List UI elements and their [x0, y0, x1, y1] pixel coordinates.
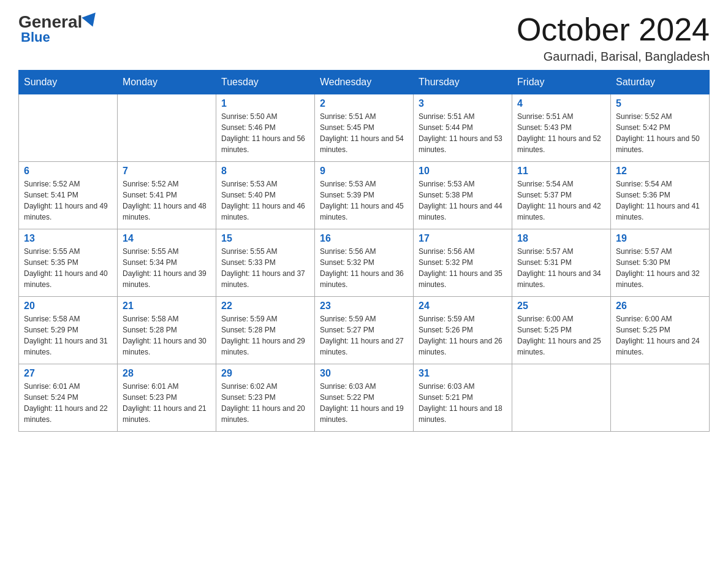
calendar-cell: 14Sunrise: 5:55 AMSunset: 5:34 PMDayligh…: [118, 229, 216, 297]
day-info: Sunrise: 5:57 AMSunset: 5:30 PMDaylight:…: [616, 246, 704, 290]
calendar-cell: 13Sunrise: 5:55 AMSunset: 5:35 PMDayligh…: [19, 229, 118, 297]
calendar-cell: [611, 364, 710, 432]
calendar-cell: 20Sunrise: 5:58 AMSunset: 5:29 PMDayligh…: [19, 297, 118, 364]
day-info: Sunrise: 5:58 AMSunset: 5:28 PMDaylight:…: [123, 313, 211, 358]
day-number: 13: [24, 233, 112, 244]
calendar-cell: 21Sunrise: 5:58 AMSunset: 5:28 PMDayligh…: [118, 297, 216, 364]
calendar-cell: 22Sunrise: 5:59 AMSunset: 5:28 PMDayligh…: [216, 297, 315, 364]
calendar-cell: [19, 94, 118, 162]
calendar-cell: 31Sunrise: 6:03 AMSunset: 5:21 PMDayligh…: [414, 364, 512, 432]
day-number: 30: [320, 368, 408, 379]
calendar-table: SundayMondayTuesdayWednesdayThursdayFrid…: [18, 70, 710, 432]
day-number: 2: [320, 98, 408, 109]
day-number: 8: [221, 166, 309, 177]
day-info: Sunrise: 5:56 AMSunset: 5:32 PMDaylight:…: [320, 246, 408, 290]
day-info: Sunrise: 5:51 AMSunset: 5:45 PMDaylight:…: [320, 111, 408, 155]
page-header: General Blue October 2024 Gaurnadi, Bari…: [18, 12, 710, 64]
title-section: October 2024 Gaurnadi, Barisal, Banglade…: [517, 12, 710, 64]
calendar-week-3: 13Sunrise: 5:55 AMSunset: 5:35 PMDayligh…: [19, 229, 710, 297]
day-info: Sunrise: 5:55 AMSunset: 5:34 PMDaylight:…: [123, 246, 211, 290]
day-info: Sunrise: 6:03 AMSunset: 5:21 PMDaylight:…: [419, 381, 507, 425]
day-info: Sunrise: 5:53 AMSunset: 5:39 PMDaylight:…: [320, 178, 408, 223]
calendar-cell: 11Sunrise: 5:54 AMSunset: 5:37 PMDayligh…: [512, 162, 611, 229]
day-number: 12: [616, 166, 704, 177]
day-number: 29: [221, 368, 309, 379]
day-info: Sunrise: 5:53 AMSunset: 5:40 PMDaylight:…: [221, 178, 309, 223]
day-number: 3: [419, 98, 507, 109]
day-number: 31: [419, 368, 507, 379]
day-number: 6: [24, 166, 112, 177]
day-info: Sunrise: 5:56 AMSunset: 5:32 PMDaylight:…: [419, 246, 507, 290]
day-number: 18: [517, 233, 605, 244]
calendar-cell: 17Sunrise: 5:56 AMSunset: 5:32 PMDayligh…: [414, 229, 512, 297]
calendar-cell: 18Sunrise: 5:57 AMSunset: 5:31 PMDayligh…: [512, 229, 611, 297]
day-info: Sunrise: 5:52 AMSunset: 5:41 PMDaylight:…: [123, 178, 211, 223]
day-number: 9: [320, 166, 408, 177]
calendar-week-2: 6Sunrise: 5:52 AMSunset: 5:41 PMDaylight…: [19, 162, 710, 229]
calendar-cell: 9Sunrise: 5:53 AMSunset: 5:39 PMDaylight…: [315, 162, 414, 229]
day-info: Sunrise: 6:01 AMSunset: 5:24 PMDaylight:…: [24, 381, 112, 425]
calendar-cell: 2Sunrise: 5:51 AMSunset: 5:45 PMDaylight…: [315, 94, 414, 162]
day-number: 4: [517, 98, 605, 109]
calendar-cell: 15Sunrise: 5:55 AMSunset: 5:33 PMDayligh…: [216, 229, 315, 297]
day-number: 17: [419, 233, 507, 244]
day-number: 11: [517, 166, 605, 177]
day-number: 27: [24, 368, 112, 379]
day-info: Sunrise: 5:54 AMSunset: 5:36 PMDaylight:…: [616, 178, 704, 223]
day-number: 20: [24, 301, 112, 312]
day-number: 15: [221, 233, 309, 244]
calendar-cell: 27Sunrise: 6:01 AMSunset: 5:24 PMDayligh…: [19, 364, 118, 432]
calendar-cell: 8Sunrise: 5:53 AMSunset: 5:40 PMDaylight…: [216, 162, 315, 229]
logo-triangle-icon: [82, 12, 100, 29]
day-info: Sunrise: 5:53 AMSunset: 5:38 PMDaylight:…: [419, 178, 507, 223]
day-number: 23: [320, 301, 408, 312]
calendar-cell: [118, 94, 216, 162]
calendar-cell: 10Sunrise: 5:53 AMSunset: 5:38 PMDayligh…: [414, 162, 512, 229]
day-info: Sunrise: 6:02 AMSunset: 5:23 PMDaylight:…: [221, 381, 309, 425]
day-info: Sunrise: 5:52 AMSunset: 5:41 PMDaylight:…: [24, 178, 112, 223]
day-number: 7: [123, 166, 211, 177]
day-info: Sunrise: 6:00 AMSunset: 5:25 PMDaylight:…: [517, 313, 605, 358]
day-info: Sunrise: 5:59 AMSunset: 5:28 PMDaylight:…: [221, 313, 309, 358]
weekday-header-thursday: Thursday: [414, 71, 512, 94]
day-number: 22: [221, 301, 309, 312]
weekday-header-friday: Friday: [512, 71, 611, 94]
day-number: 5: [616, 98, 704, 109]
day-info: Sunrise: 6:03 AMSunset: 5:22 PMDaylight:…: [320, 381, 408, 425]
day-info: Sunrise: 5:59 AMSunset: 5:27 PMDaylight:…: [320, 313, 408, 358]
calendar-cell: 12Sunrise: 5:54 AMSunset: 5:36 PMDayligh…: [611, 162, 710, 229]
calendar-cell: 25Sunrise: 6:00 AMSunset: 5:25 PMDayligh…: [512, 297, 611, 364]
weekday-header-monday: Monday: [118, 71, 216, 94]
calendar-cell: 24Sunrise: 5:59 AMSunset: 5:26 PMDayligh…: [414, 297, 512, 364]
location-text: Gaurnadi, Barisal, Bangladesh: [517, 50, 710, 64]
day-number: 28: [123, 368, 211, 379]
logo: General Blue: [18, 12, 98, 45]
calendar-cell: 30Sunrise: 6:03 AMSunset: 5:22 PMDayligh…: [315, 364, 414, 432]
calendar-cell: 26Sunrise: 6:00 AMSunset: 5:25 PMDayligh…: [611, 297, 710, 364]
calendar-cell: 3Sunrise: 5:51 AMSunset: 5:44 PMDaylight…: [414, 94, 512, 162]
day-number: 21: [123, 301, 211, 312]
calendar-cell: 6Sunrise: 5:52 AMSunset: 5:41 PMDaylight…: [19, 162, 118, 229]
day-info: Sunrise: 5:50 AMSunset: 5:46 PMDaylight:…: [221, 111, 309, 155]
weekday-header-saturday: Saturday: [611, 71, 710, 94]
calendar-cell: 7Sunrise: 5:52 AMSunset: 5:41 PMDaylight…: [118, 162, 216, 229]
day-number: 24: [419, 301, 507, 312]
day-info: Sunrise: 6:01 AMSunset: 5:23 PMDaylight:…: [123, 381, 211, 425]
weekday-header-sunday: Sunday: [19, 71, 118, 94]
weekday-header-wednesday: Wednesday: [315, 71, 414, 94]
day-info: Sunrise: 5:58 AMSunset: 5:29 PMDaylight:…: [24, 313, 112, 358]
day-info: Sunrise: 5:55 AMSunset: 5:35 PMDaylight:…: [24, 246, 112, 290]
calendar-header-row: SundayMondayTuesdayWednesdayThursdayFrid…: [19, 71, 710, 94]
day-number: 25: [517, 301, 605, 312]
day-number: 19: [616, 233, 704, 244]
day-number: 14: [123, 233, 211, 244]
day-info: Sunrise: 6:00 AMSunset: 5:25 PMDaylight:…: [616, 313, 704, 358]
logo-blue-text: Blue: [18, 29, 50, 45]
weekday-header-tuesday: Tuesday: [216, 71, 315, 94]
day-info: Sunrise: 5:57 AMSunset: 5:31 PMDaylight:…: [517, 246, 605, 290]
calendar-cell: 5Sunrise: 5:52 AMSunset: 5:42 PMDaylight…: [611, 94, 710, 162]
day-number: 1: [221, 98, 309, 109]
day-number: 26: [616, 301, 704, 312]
day-info: Sunrise: 5:51 AMSunset: 5:43 PMDaylight:…: [517, 111, 605, 155]
day-info: Sunrise: 5:52 AMSunset: 5:42 PMDaylight:…: [616, 111, 704, 155]
